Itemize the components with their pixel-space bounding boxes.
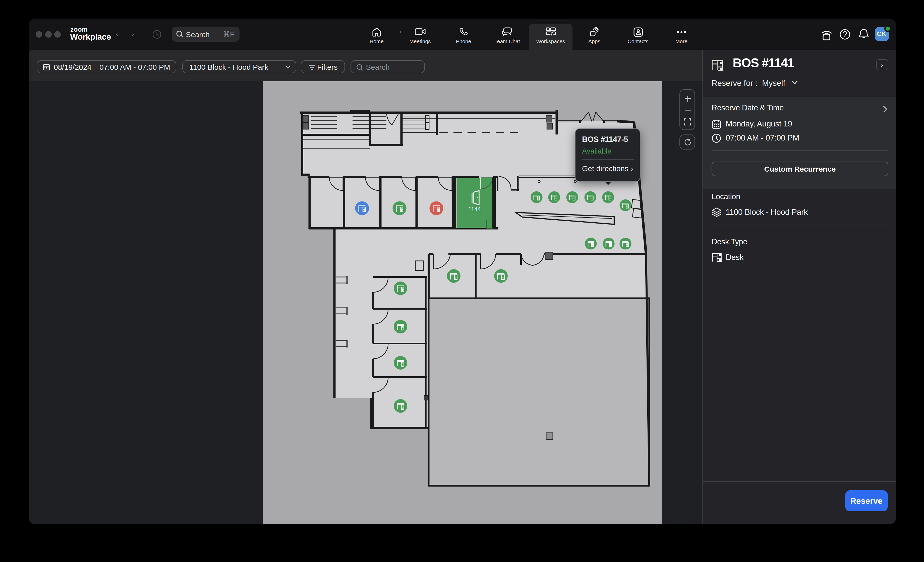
svg-text:1144: 1144 [468, 206, 481, 212]
